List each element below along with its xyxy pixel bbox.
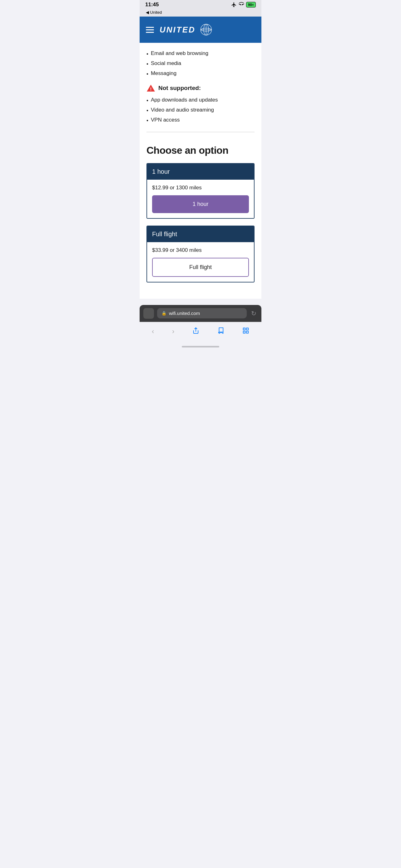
share-button[interactable] — [188, 325, 204, 338]
supported-item-2: Social media — [146, 59, 255, 69]
svg-rect-10 — [246, 328, 248, 330]
supported-item-3: Messaging — [146, 69, 255, 79]
url-bar[interactable]: 🔒 wifi.united.com — [157, 308, 247, 318]
option-header-hour: 1 hour — [147, 164, 254, 180]
section-divider — [146, 132, 255, 132]
browser-bar: 🔒 wifi.united.com ↻ — [140, 305, 261, 322]
svg-rect-11 — [246, 331, 248, 333]
select-hour-button[interactable]: 1 hour — [152, 195, 249, 213]
back-button[interactable]: ‹ — [147, 326, 158, 337]
bookmarks-button[interactable] — [213, 325, 229, 338]
tabs-button[interactable] — [238, 325, 254, 338]
globe-icon — [199, 22, 213, 37]
airplane-icon — [231, 2, 237, 7]
supported-item-1: Email and web browsing — [146, 49, 255, 59]
wifi-icon — [239, 2, 244, 7]
app-header: UNITED — [140, 17, 261, 43]
home-indicator — [140, 344, 261, 350]
status-time: 11:45 — [145, 2, 159, 8]
not-supported-header: ! Not supported: — [146, 84, 255, 92]
option-price-hour: $12.99 or 1300 miles — [152, 185, 249, 191]
not-supported-item-1: App downloads and updates — [146, 96, 255, 105]
safari-nav: ‹ › — [140, 322, 261, 344]
refresh-button[interactable]: ↻ — [250, 308, 258, 318]
svg-rect-9 — [243, 328, 245, 330]
logo-text: UNITED — [160, 25, 196, 35]
not-supported-item-3: VPN access — [146, 116, 255, 126]
option-body-full-flight: $33.99 or 3400 miles Full flight — [147, 242, 254, 282]
forward-button[interactable]: › — [168, 326, 179, 337]
home-bar — [182, 346, 219, 347]
svg-rect-12 — [243, 331, 245, 333]
svg-text:!: ! — [150, 87, 152, 92]
option-price-full-flight: $33.99 or 3400 miles — [152, 247, 249, 253]
warning-icon: ! — [146, 84, 155, 92]
option-body-hour: $12.99 or 1300 miles 1 hour — [147, 180, 254, 218]
status-icons: 90+ — [231, 2, 256, 7]
option-card-hour: 1 hour $12.99 or 1300 miles 1 hour — [146, 163, 255, 219]
not-supported-list: App downloads and updates Video and audi… — [146, 96, 255, 125]
united-logo: UNITED — [160, 22, 213, 37]
not-supported-item-2: Video and audio streaming — [146, 105, 255, 116]
menu-button[interactable] — [146, 27, 154, 33]
tab-switcher-button[interactable] — [143, 308, 154, 319]
status-bar: 11:45 90+ — [140, 0, 261, 9]
choose-section: Choose an option 1 hour $12.99 or 1300 m… — [140, 145, 261, 299]
option-header-full-flight: Full flight — [147, 226, 254, 242]
carrier-label: ◀ United — [140, 9, 261, 17]
content-area: Email and web browsing Social media Mess… — [140, 43, 261, 145]
supported-list: Email and web browsing Social media Mess… — [146, 49, 255, 79]
battery-indicator: 90+ — [246, 2, 256, 7]
url-text: wifi.united.com — [169, 311, 200, 316]
option-title-hour: 1 hour — [152, 168, 170, 175]
choose-title: Choose an option — [146, 145, 255, 156]
not-supported-title: Not supported: — [158, 85, 201, 92]
lock-icon: 🔒 — [162, 311, 166, 316]
select-full-flight-button[interactable]: Full flight — [152, 258, 249, 277]
option-card-full-flight: Full flight $33.99 or 3400 miles Full fl… — [146, 226, 255, 282]
option-title-full-flight: Full flight — [152, 230, 177, 238]
